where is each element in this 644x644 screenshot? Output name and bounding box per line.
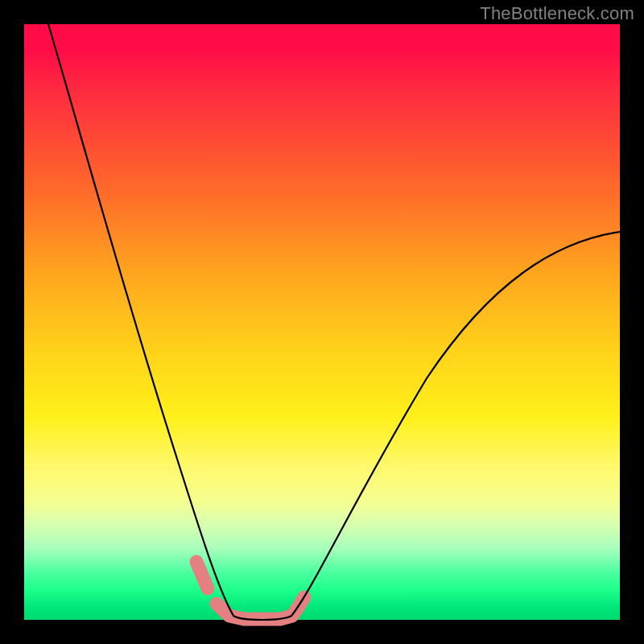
watermark-text: TheBottleneck.com bbox=[480, 3, 634, 24]
bottleneck-curve bbox=[48, 24, 620, 620]
plot-area bbox=[24, 24, 620, 620]
chart-svg bbox=[24, 24, 620, 620]
outer-frame: TheBottleneck.com bbox=[0, 0, 644, 644]
salmon-markers bbox=[196, 562, 304, 619]
